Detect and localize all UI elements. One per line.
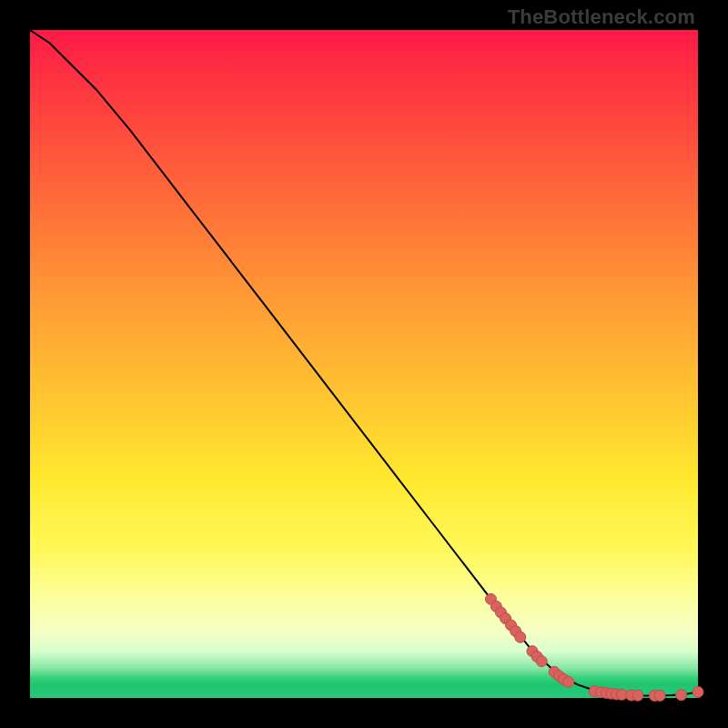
data-marker [536,656,547,667]
data-marker [693,686,703,697]
plot-area [30,30,698,698]
chart-frame: TheBottleneck.com [0,0,728,728]
data-marker [563,676,574,687]
data-marker [676,690,687,701]
data-marker [654,690,665,701]
curve-line [30,30,698,695]
markers-group [485,593,703,701]
data-marker [515,632,526,642]
data-marker [632,690,643,701]
watermark-text: TheBottleneck.com [508,5,695,29]
chart-svg [30,30,698,698]
